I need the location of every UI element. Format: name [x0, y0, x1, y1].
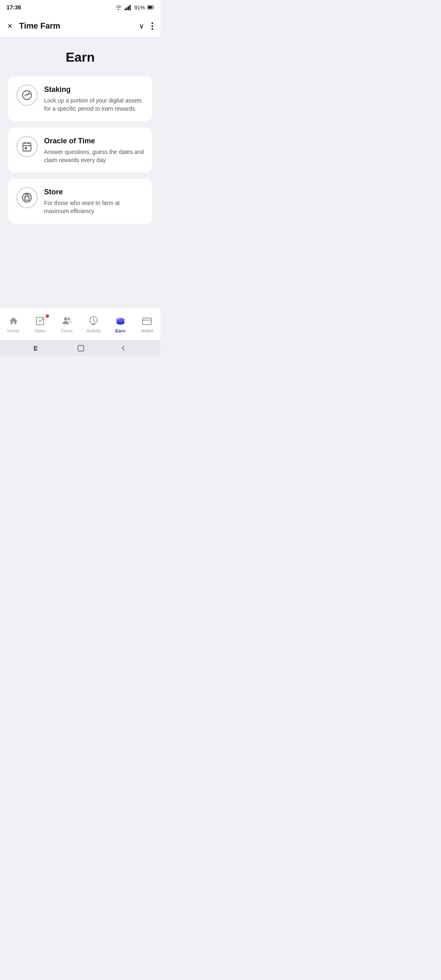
store-icon	[16, 187, 38, 208]
battery-icon	[147, 5, 154, 10]
wallet-icon	[141, 315, 153, 327]
nav-home-label: Home	[7, 328, 19, 333]
dot1	[151, 22, 153, 24]
more-options-button[interactable]	[151, 22, 153, 30]
earn-svg	[115, 316, 126, 325]
svg-rect-7	[23, 143, 31, 151]
home-icon	[8, 315, 19, 327]
svg-point-24	[116, 318, 125, 321]
nav-activity-label: Activity	[87, 328, 101, 333]
tasks-badge	[46, 314, 49, 318]
svg-rect-2	[128, 6, 129, 10]
svg-rect-26	[143, 318, 151, 325]
svg-point-17	[64, 317, 67, 321]
frens-icon	[61, 315, 73, 327]
signal-icon	[125, 4, 132, 10]
app-title: Time Farm	[19, 21, 60, 31]
nav-frens-label: Frens	[61, 328, 73, 333]
dot2	[151, 25, 153, 27]
home-btn-icon	[77, 345, 85, 352]
nav-earn-label: Earn	[116, 328, 125, 333]
svg-rect-31	[78, 345, 84, 351]
staking-text: Staking Lock up a portion of your digita…	[44, 85, 144, 113]
shop-icon	[22, 192, 32, 203]
chevron-down-icon[interactable]: ∨	[139, 22, 144, 31]
svg-rect-1	[126, 7, 127, 10]
oracle-icon	[16, 136, 38, 157]
battery-percentage: 91%	[134, 4, 145, 11]
status-icons: 91%	[115, 4, 154, 11]
main-content: Earn Staking Lock up a portion of your d…	[0, 38, 160, 307]
oracle-text: Oracle of Time Answer questions, guess t…	[44, 136, 144, 165]
svg-rect-28	[34, 346, 37, 350]
trending-up-icon	[22, 90, 32, 100]
nav-wallet-label: Wallet	[141, 328, 153, 333]
calendar-icon	[22, 141, 32, 152]
home-button[interactable]	[77, 345, 85, 352]
close-button[interactable]: ×	[7, 21, 13, 31]
back-icon	[120, 345, 127, 352]
wallet-svg	[142, 316, 152, 325]
back-button[interactable]	[120, 345, 127, 352]
header-left: × Time Farm	[7, 21, 60, 31]
tasks-svg	[35, 316, 45, 326]
tasks-icon	[34, 315, 46, 327]
status-time: 17:36	[7, 4, 21, 11]
nav-home[interactable]: Home	[2, 315, 25, 333]
frens-svg	[62, 316, 72, 326]
bottom-nav: Home Tasks Frens	[0, 307, 160, 340]
status-bar: 17:36 91%	[0, 0, 160, 15]
oracle-description: Answer questions, guess the dates and cl…	[44, 148, 144, 165]
svg-rect-5	[148, 6, 152, 9]
svg-point-18	[68, 318, 70, 320]
staking-icon	[16, 85, 38, 106]
nav-frens[interactable]: Frens	[56, 315, 78, 333]
dot3	[151, 28, 153, 30]
activity-svg	[89, 316, 98, 326]
oracle-title: Oracle of Time	[44, 137, 144, 145]
store-description: For those who want to farm at maximum ef…	[44, 199, 144, 216]
oracle-card[interactable]: Oracle of Time Answer questions, guess t…	[8, 128, 152, 173]
nav-tasks-label: Tasks	[34, 328, 46, 333]
recent-apps-icon	[34, 345, 42, 352]
svg-rect-16	[36, 317, 44, 325]
store-text: Store For those who want to farm at maxi…	[44, 187, 144, 216]
nav-activity[interactable]: Activity	[82, 315, 105, 333]
home-bar	[0, 340, 160, 356]
app-header: × Time Farm ∨	[0, 15, 160, 38]
nav-tasks[interactable]: Tasks	[29, 315, 51, 333]
home-svg	[9, 316, 18, 326]
store-title: Store	[44, 188, 144, 196]
svg-rect-29	[34, 346, 37, 350]
page-title: Earn	[8, 50, 152, 65]
store-card[interactable]: Store For those who want to farm at maxi…	[8, 179, 152, 224]
staking-card[interactable]: Staking Lock up a portion of your digita…	[8, 76, 152, 121]
activity-icon	[88, 315, 99, 327]
nav-earn[interactable]: Earn	[109, 315, 132, 333]
nav-wallet[interactable]: Wallet	[136, 315, 158, 333]
svg-rect-3	[129, 5, 131, 10]
svg-rect-11	[25, 147, 27, 149]
staking-title: Staking	[44, 85, 144, 94]
svg-point-27	[149, 322, 150, 323]
svg-rect-0	[125, 9, 126, 10]
earn-icon	[115, 315, 126, 327]
staking-description: Lock up a portion of your digital assets…	[44, 96, 144, 113]
recent-apps-button[interactable]	[34, 345, 42, 352]
header-right: ∨	[139, 22, 153, 31]
wifi-icon	[115, 4, 122, 10]
